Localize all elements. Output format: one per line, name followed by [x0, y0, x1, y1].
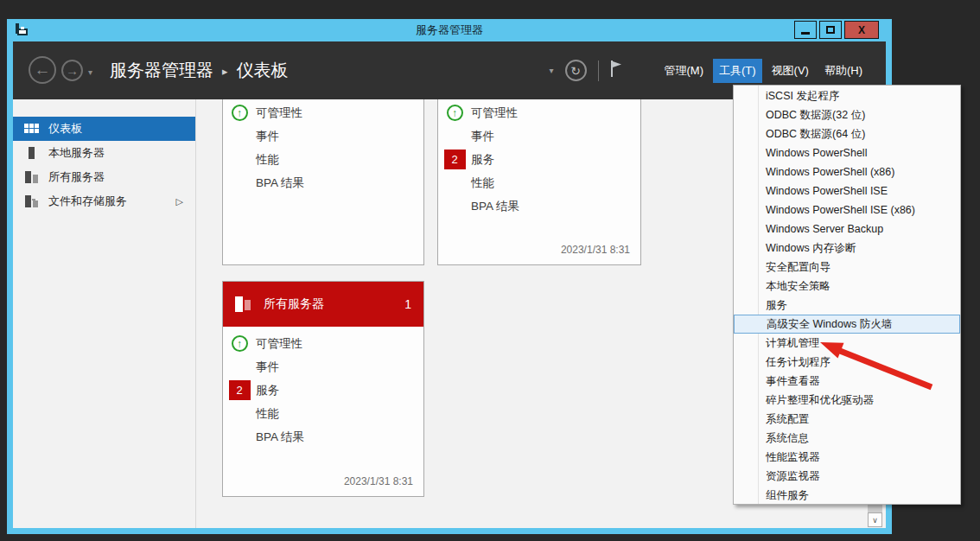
manageability-up-icon: ↑ [447, 105, 463, 121]
notifications-dropdown-icon[interactable]: ▾ [549, 66, 553, 75]
minimize-button[interactable] [794, 21, 817, 39]
menu-view[interactable]: 视图(V) [766, 59, 815, 83]
menu-tools[interactable]: 工具(T) [713, 59, 762, 83]
tools-menu-item-security-config-wizard[interactable]: 安全配置向导 [734, 258, 960, 277]
window-controls: X [794, 21, 879, 39]
back-button[interactable]: ← [29, 56, 56, 84]
breadcrumb-separator-icon: ▸ [222, 63, 228, 78]
tile-row-events[interactable]: 事件 [438, 124, 640, 148]
tile-timestamp: 2023/1/31 8:31 [344, 475, 413, 487]
tools-menu-item-powershell[interactable]: Windows PowerShell [734, 143, 960, 162]
tools-menu-item-server-backup[interactable]: Windows Server Backup [734, 220, 960, 239]
tools-menu-item-resource-monitor[interactable]: 资源监视器 [734, 467, 960, 486]
notifications-flag-icon[interactable] [610, 60, 623, 80]
tile-row-bpa-results[interactable]: BPA 结果 [223, 171, 423, 194]
expand-arrow-icon[interactable]: ▷ [176, 196, 183, 207]
servers-icon [235, 296, 254, 313]
role-tile-2: ↑ 可管理性 事件 2 服务 [437, 99, 641, 265]
tile-row-events[interactable]: 事件 [223, 355, 423, 379]
tools-menu-item-advanced-firewall[interactable]: 高级安全 Windows 防火墙 [734, 315, 960, 334]
tools-menu-item-component-services[interactable]: 组件服务 [734, 486, 960, 505]
manageability-up-icon: ↑ [232, 105, 248, 121]
all-servers-tile-header[interactable]: 所有服务器 1 [223, 282, 423, 327]
history-dropdown-icon[interactable]: ▾ [88, 67, 92, 77]
sidebar-item-label: 所有服务器 [48, 169, 105, 185]
tile-row-events[interactable]: 事件 [223, 124, 423, 148]
tile-row-manageability[interactable]: ↑ 可管理性 [223, 332, 423, 355]
scrollbar-down-button[interactable]: ∨ [868, 512, 882, 527]
tools-menu-item-powershell-ise-x86[interactable]: Windows PowerShell ISE (x86) [734, 200, 960, 220]
tools-menu-item-powershell-ise[interactable]: Windows PowerShell ISE [734, 181, 960, 200]
desktop-background: 服务器管理器 X ← → ▾ 服务器管理器 ▸ 仪表板 ▾ ↻ [0, 0, 980, 541]
refresh-icon: ↻ [570, 64, 581, 78]
chevron-down-icon: ∨ [872, 516, 878, 525]
maximize-button[interactable] [819, 21, 842, 39]
sidebar-item-label: 仪表板 [48, 121, 82, 137]
breadcrumb-current: 仪表板 [237, 59, 289, 82]
navbar-menus: 管理(M) 工具(T) 视图(V) 帮助(H) [659, 59, 869, 83]
manageability-up-icon: ↑ [232, 335, 248, 352]
tools-menu-item-odbc-64[interactable]: ODBC 数据源(64 位) [734, 124, 960, 143]
tile-row-bpa-results[interactable]: BPA 结果 [438, 194, 640, 218]
forward-button[interactable]: → [61, 60, 83, 81]
minimize-icon [801, 32, 810, 35]
tools-menu-item-computer-management[interactable]: 计算机管理 [734, 334, 960, 353]
tile-row-services[interactable]: 2 服务 [438, 148, 640, 171]
menu-manage[interactable]: 管理(M) [659, 59, 710, 83]
tools-menu-item-local-security-policy[interactable]: 本地安全策略 [734, 277, 960, 296]
tools-menu-item-system-information[interactable]: 系统信息 [734, 429, 960, 448]
forward-arrow-icon: → [66, 63, 79, 78]
refresh-button[interactable]: ↻ [565, 60, 587, 81]
sidebar-item-all-servers[interactable]: 所有服务器 [13, 165, 195, 189]
back-arrow-icon: ← [35, 60, 51, 80]
tools-menu-item-iscsi-initiator[interactable]: iSCSI 发起程序 [734, 86, 960, 105]
titlebar[interactable]: 服务器管理器 X [7, 19, 892, 41]
dashboard-icon [24, 122, 39, 136]
sidebar: 仪表板 本地服务器 所有服务器 [13, 99, 196, 528]
tools-dropdown-menu: iSCSI 发起程序 ODBC 数据源(32 位) ODBC 数据源(64 位)… [733, 85, 961, 505]
tools-menu-item-event-viewer[interactable]: 事件查看器 [734, 372, 960, 391]
all-servers-icon [24, 170, 39, 184]
tile-row-performance[interactable]: 性能 [223, 402, 423, 425]
sidebar-item-dashboard[interactable]: 仪表板 [13, 117, 195, 141]
tools-menu-item-task-scheduler[interactable]: 任务计划程序 [734, 353, 960, 372]
sidebar-item-local-server[interactable]: 本地服务器 [13, 141, 195, 165]
tools-menu-item-performance-monitor[interactable]: 性能监视器 [734, 448, 960, 467]
tools-menu-item-powershell-x86[interactable]: Windows PowerShell (x86) [734, 162, 960, 181]
navbar-divider [598, 60, 599, 81]
tools-menu-item-services[interactable]: 服务 [734, 296, 960, 315]
tools-menu-item-memory-diagnostic[interactable]: Windows 内存诊断 [734, 239, 960, 258]
tile-row-bpa-results[interactable]: BPA 结果 [223, 425, 423, 449]
tools-menu-item-odbc-32[interactable]: ODBC 数据源(32 位) [734, 105, 960, 124]
window-title: 服务器管理器 [7, 19, 892, 41]
all-servers-tile: 所有服务器 1 ↑ 可管理性 事件 [222, 281, 424, 497]
menu-help[interactable]: 帮助(H) [818, 59, 869, 83]
close-button[interactable]: X [844, 21, 879, 39]
tile-header-label: 所有服务器 [264, 296, 324, 312]
services-count-badge: 2 [444, 150, 466, 169]
tile-server-count: 1 [404, 297, 411, 311]
close-icon: X [858, 24, 865, 36]
services-count-badge: 2 [229, 380, 251, 400]
tile-row-manageability[interactable]: ↑ 可管理性 [223, 101, 423, 124]
tools-menu-item-defrag-optimize-drives[interactable]: 碎片整理和优化驱动器 [734, 391, 960, 410]
tile-row-manageability[interactable]: ↑ 可管理性 [438, 101, 640, 124]
breadcrumb-root[interactable]: 服务器管理器 [110, 59, 213, 82]
sidebar-item-file-storage-services[interactable]: 文件和存储服务 ▷ [13, 189, 195, 213]
maximize-icon [826, 26, 835, 34]
tile-row-performance[interactable]: 性能 [438, 171, 640, 194]
tile-row-performance[interactable]: 性能 [223, 148, 423, 171]
sidebar-item-label: 文件和存储服务 [48, 194, 127, 209]
tools-menu-item-system-configuration[interactable]: 系统配置 [734, 410, 960, 429]
role-tile-1: ↑ 可管理性 事件 性能 [222, 99, 424, 265]
file-storage-icon [24, 194, 39, 208]
tile-timestamp: 2023/1/31 8:31 [561, 244, 630, 256]
tile-row-services[interactable]: 2 服务 [223, 379, 423, 402]
local-server-icon [24, 146, 39, 160]
breadcrumb: 服务器管理器 ▸ 仪表板 [110, 41, 289, 99]
sidebar-item-label: 本地服务器 [48, 145, 105, 161]
